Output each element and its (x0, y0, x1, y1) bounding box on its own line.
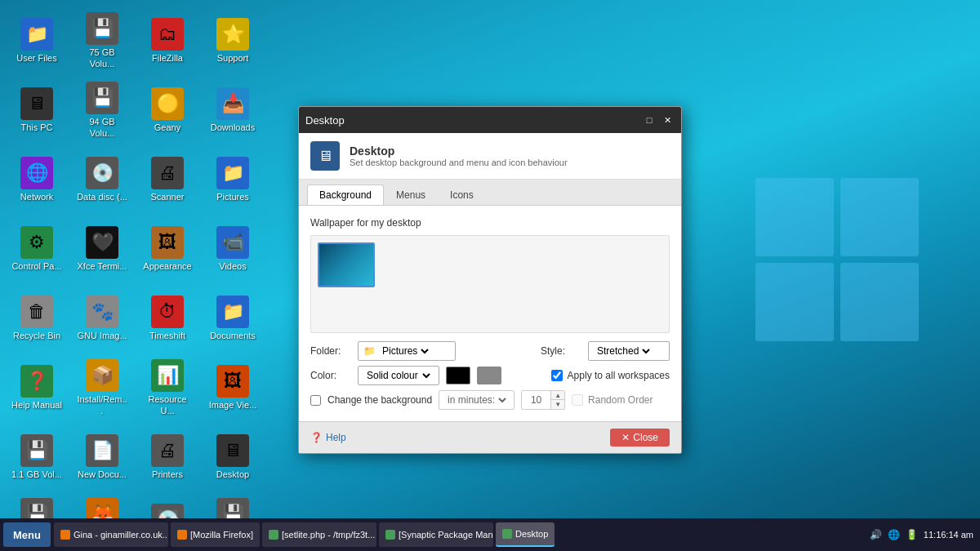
desktop-icon-gnu-img[interactable]: 🐾 GNU Imag... (74, 286, 131, 351)
start-button[interactable]: Menu (3, 522, 51, 547)
desktop-icon-this-pc[interactable]: 🖥 This PC (8, 78, 65, 143)
desktop-icon-image-view[interactable]: 🖼 Image Vie... (204, 355, 261, 420)
apply-all-checkbox[interactable] (551, 370, 563, 381)
spinner-arrows: ▲ ▼ (550, 391, 564, 409)
desktop-icon-printers[interactable]: 🖨 Printers (139, 424, 196, 490)
desktop-icon-videos[interactable]: 📹 Videos (204, 216, 261, 282)
dialog-window-controls: □ ✕ (642, 113, 675, 127)
primary-color-swatch[interactable] (446, 367, 470, 384)
icon-img-vol-11gb: 💾 (20, 434, 53, 467)
desktop-icon-control-pa[interactable]: ⚙ Control Pa... (8, 216, 65, 282)
desktop-icon-documents[interactable]: 📁 Documents (204, 286, 261, 351)
icon-img-resource-u: 📊 (151, 359, 184, 392)
icon-label-printers: Printers (152, 469, 183, 480)
taskbar-dot (60, 530, 70, 540)
taskbar-app--synaptic-package-man-[interactable]: [Synaptic Package Man... (379, 522, 493, 547)
desktop-icon-timeshift[interactable]: ⏱ Timeshift (139, 286, 196, 351)
icon-label-network: Network (20, 192, 53, 202)
close-x-icon: ✕ (621, 432, 630, 443)
style-select-box[interactable]: Stretched Zoomed Centered Tiled Scaled S… (588, 341, 670, 361)
desktop-icon-pictures[interactable]: 📁 Pictures (204, 147, 261, 212)
desktop-icon-xfce-term[interactable]: 🖤 Xfce Termi... (74, 216, 131, 282)
maximize-button[interactable]: □ (642, 113, 657, 127)
folder-select[interactable]: Pictures (379, 344, 431, 358)
tab-background[interactable]: Background (307, 184, 384, 205)
icon-img-install-rem: 📦 (86, 359, 118, 392)
wallpaper-grid[interactable] (310, 235, 670, 333)
icon-label-pictures: Pictures (216, 192, 249, 202)
taskbar-app-desktop[interactable]: Desktop (496, 522, 555, 547)
desktop-icon-new-doc[interactable]: 📄 New Docu... (74, 424, 131, 490)
style-select[interactable]: Stretched Zoomed Centered Tiled Scaled S… (594, 344, 653, 358)
desktop-icon-data-disc[interactable]: 💿 Data disc (... (74, 147, 131, 212)
icon-label-gnu-img: GNU Imag... (77, 331, 127, 341)
tray-icon-2[interactable]: 🌐 (888, 528, 901, 541)
desktop-icon-filezilla[interactable]: 🗂 FileZilla (139, 8, 196, 73)
spinner-input[interactable] (522, 393, 550, 407)
desktop-icon-desktop[interactable]: 🖥 Desktop (204, 424, 261, 490)
random-order-checkbox[interactable] (572, 394, 583, 406)
desktop-icon-appearance[interactable]: 🖼 Appearance (139, 216, 196, 282)
desktop-icon-geany[interactable]: 🟡 Geany (139, 78, 196, 143)
icon-label-vol-11gb: 1.1 GB Vol... (11, 469, 62, 480)
color-select[interactable]: Solid colour Gradient Transparent (363, 369, 433, 382)
desktop-icon-resource-u[interactable]: 📊 Resource U... (139, 355, 196, 420)
icon-img-data-disc: 💿 (86, 157, 118, 189)
win-pane-3 (755, 263, 834, 341)
spinner-down[interactable]: ▼ (551, 400, 564, 409)
tray-icon-1[interactable]: 🔊 (870, 528, 883, 541)
change-bg-checkbox[interactable] (310, 395, 321, 406)
taskbar-dot (177, 530, 187, 540)
desktop-icon-downloads[interactable]: 📥 Downloads (204, 78, 261, 143)
tab-menus[interactable]: Menus (384, 184, 438, 205)
icon-label-support: Support (217, 53, 249, 64)
windows-logo-area (694, 0, 980, 518)
close-dialog-button[interactable]: ✕ Close (610, 429, 670, 447)
minutes-select[interactable]: in minutes: (444, 393, 509, 407)
icon-img-user-files: 📁 (20, 18, 53, 51)
minutes-select-box[interactable]: in minutes: (439, 390, 514, 410)
desktop-icon-support[interactable]: ⭐ Support (204, 8, 261, 73)
app-name: Desktop (350, 144, 568, 158)
icon-label-documents: Documents (210, 331, 256, 341)
color-select-box[interactable]: Solid colour Gradient Transparent (358, 366, 439, 385)
tray-icon-3[interactable]: 🔋 (906, 528, 919, 541)
folder-select-box[interactable]: 📁 Pictures (358, 341, 456, 361)
icon-label-appearance: Appearance (143, 261, 191, 272)
desktop-icon-install-rem[interactable]: 📦 Install/Rem... (74, 355, 131, 420)
taskbar-dot (385, 530, 395, 540)
desktop-icon-help-manual[interactable]: ❓ Help Manual (8, 355, 65, 420)
wallpaper-thumb-1[interactable] (318, 242, 375, 287)
app-info: Desktop Set desktop background and menu … (350, 144, 568, 167)
wallpaper-section-label: Wallpaper for my desktop (310, 217, 670, 229)
taskbar-app--mozilla-firefox-[interactable]: [Mozilla Firefox] (171, 522, 260, 547)
spinner-up[interactable]: ▲ (551, 391, 564, 400)
tab-icons[interactable]: Icons (438, 184, 486, 205)
desktop-icon-user-files[interactable]: 📁 User Files (8, 8, 65, 73)
icon-img-image-view: 🖼 (216, 365, 249, 398)
desktop-icon-recycle-bin[interactable]: 🗑 Recycle Bin (8, 286, 65, 351)
desktop-icon-scanner[interactable]: 🖨 Scanner (139, 147, 196, 212)
icon-img-vol-94gb: 💾 (86, 82, 118, 114)
desktop-icon-network[interactable]: 🌐 Network (8, 147, 65, 212)
style-label: Style: (541, 345, 581, 357)
help-link[interactable]: ❓ Help (310, 432, 346, 443)
start-label: Menu (13, 529, 41, 541)
close-window-button[interactable]: ✕ (660, 113, 675, 127)
icon-img-this-pc: 🖥 (20, 87, 53, 120)
secondary-color-swatch[interactable] (477, 367, 501, 384)
dialog-header: 🖥 Desktop Set desktop background and men… (299, 133, 681, 180)
icon-label-desktop: Desktop (216, 469, 249, 480)
desktop-icon-vol-75gb[interactable]: 💾 75 GB Volu... (74, 8, 131, 73)
desktop-icon-vol-94gb[interactable]: 💾 94 GB Volu... (74, 78, 131, 143)
icon-img-documents: 📁 (216, 295, 249, 328)
icon-label-scanner: Scanner (151, 192, 185, 202)
icon-img-recycle-bin: 🗑 (20, 295, 53, 328)
icon-img-appearance: 🖼 (151, 226, 184, 259)
taskbar-app--setlite-php-tmp-fz3t-[interactable]: [setlite.php - /tmp/fz3t... (262, 522, 376, 547)
win-pane-4 (840, 263, 919, 341)
taskbar-app-gina-ginamiller-co-uk-[interactable]: Gina - ginamiller.co.uk... (54, 522, 168, 547)
icon-img-printers: 🖨 (151, 434, 184, 467)
desktop-icon-vol-11gb[interactable]: 💾 1.1 GB Vol... (8, 424, 65, 490)
icon-img-timeshift: ⏱ (151, 295, 184, 328)
